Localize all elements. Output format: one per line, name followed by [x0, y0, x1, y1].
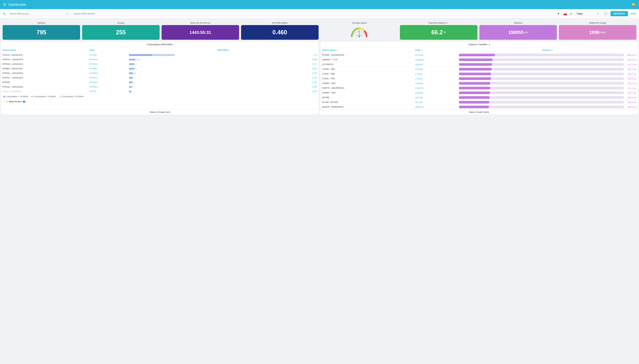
stat-kwatch: kWatts Re Charge 1996 kWatt [559, 22, 636, 40]
vehicle-name-cell: RYRX61 - LSH14C4C9... [1, 71, 88, 76]
beta-text: Beta Version [9, 100, 22, 103]
kwh-bar-cell: 0.303 [127, 89, 319, 94]
filter-distance-icon[interactable]: ▽ [552, 49, 553, 51]
search-groups-container: 0 [8, 11, 70, 16]
stat-kwatts-suffix: kWatt [600, 31, 606, 34]
speedometer-svg: 43.7 km/h [350, 27, 368, 38]
dropdown-arrow-vehicles[interactable]: ▼ [557, 12, 559, 15]
distance-panel: Distance Travelled ∨ Vehicle Name ▽ Plat… [320, 41, 638, 110]
stat-distance-suffix: km [524, 31, 528, 34]
dist-plate-cell: PHDP70 [414, 86, 457, 90]
consumption-legend: Consumption < 15 kWh/h Consumption > 15 … [1, 94, 319, 99]
legend-item-2: Consumption > 15 kWh/h [31, 96, 56, 98]
dist-col-plate[interactable]: Plate ▽ [414, 48, 457, 53]
date-selector[interactable]: Today ▼ [575, 11, 601, 16]
vehicle-name-cell: PPFG91 [1, 80, 88, 85]
legend-dot-1 [4, 96, 5, 97]
stat-distance-value: 158955 [508, 30, 523, 35]
dist-bar-cell: 942.5 km [457, 76, 638, 81]
legend-item-1: Consumption < 15 kWh/h [4, 96, 28, 98]
vehicle-icon: 🚗 [563, 12, 567, 16]
search-groups-input[interactable] [10, 12, 66, 15]
table-row: CWWK47 - T-179 CWWK47 987.9 km [320, 58, 638, 62]
kwh-value: 0.906 [311, 58, 317, 61]
refresh-button[interactable]: REFRESH [610, 11, 628, 16]
dist-plate-cell: RYZD45 [414, 53, 457, 58]
vehicle-name-cell: RYPG16 - LSH14C4C3... [1, 62, 88, 66]
stat-workhrs-label: Work Hrs (hh:mm:ss) [162, 22, 239, 24]
stat-avgspeed: Average Speed 43.7 km/h [321, 22, 398, 40]
dist-value: 971.7 km [625, 63, 636, 66]
exit-label: EXIT [631, 12, 636, 15]
stat-battery-value: 66.2 [431, 29, 443, 36]
filter-vehicle-icon[interactable]: ▽ [336, 49, 337, 51]
table-row: PPFG91 PPFG91 0.502 [1, 80, 319, 85]
plate-cell: RYPG21 [88, 85, 127, 89]
dist-value: 921.1 km [625, 87, 636, 89]
plate-cell: PPFG91 [88, 80, 127, 85]
exit-button[interactable]: ‹ EXIT [630, 12, 636, 15]
col-plate[interactable]: Plate [88, 48, 127, 53]
stat-avgkwh-label: AVG kWh/100km [241, 22, 319, 24]
table-row: LTJH35 - T086 LTJH35 943.7 km [320, 72, 638, 76]
up-arrow-icon: ↑ [4, 100, 5, 103]
col-vehicle-name[interactable]: Vehicle Name [1, 48, 88, 53]
stat-vehicles-box: 795 [3, 25, 80, 40]
table-row: RYPG17 - LSH14C4C3... RYPG17 0.513 [1, 76, 319, 80]
table-row: LPDH94 - T034 LPDH94 913.6 km [320, 90, 638, 95]
chevron-down-icon[interactable]: ∨ [488, 43, 490, 46]
app-title: Dashboards [9, 3, 26, 6]
col-kwh[interactable]: kWh/100km [127, 48, 319, 53]
plate-cell: RYP15 [88, 89, 127, 94]
distance-title: Distance Travelled ∨ [320, 42, 638, 48]
dist-col-vehicle-name[interactable]: Vehicle Name ▽ [320, 48, 414, 53]
kwh-bar-cell: 0.535 [127, 71, 319, 76]
table-row: RTZL41 - LSH14C4C8... RTZL41 3.73 [1, 53, 319, 57]
bottom-label-left: State of Charge (SoC) [1, 110, 320, 115]
header-left: ☰ Dashboards [3, 2, 26, 6]
kwh-value: 0.535 [311, 72, 317, 74]
panels-row: Consumption kWh/100km Vehicle Name Plate… [0, 41, 639, 110]
dist-vehicle-name-cell: LTJH32 - T079 [320, 76, 414, 81]
users-icon: 👥 [23, 100, 26, 103]
dist-vehicle-name-cell: LPDH94 - T034 [320, 90, 414, 95]
dist-bar-cell: 963.5 km [457, 67, 638, 72]
vehicle-name-cell: RTZL41 - LSH14C4C8... [1, 53, 88, 57]
vehicle-name-cell: RYP15 - LSH14C4C8... [1, 89, 88, 94]
stat-groups: Groups 255 [82, 22, 160, 40]
dist-plate-cell: PRDF22 [414, 62, 457, 67]
table-row: RYZD45 - 3AKJHPDV2N... RYZD45 1056.5 km [320, 53, 638, 58]
bell-icon[interactable]: 🔔 [631, 2, 636, 7]
consumption-table: Vehicle Name Plate kWh/100km RTZL41 - LS… [1, 48, 319, 94]
dist-plate-cell: LWTJ89 [414, 95, 457, 100]
dist-vehicle-name-cell: PHDP70 - 3AKJHPDV4K... [320, 86, 414, 90]
legend-label-3: Consumption > 25 kWh/h [62, 96, 84, 98]
stat-vehicles: Vehicles 795 [3, 22, 80, 40]
plate-cell: RTZB81 [88, 66, 127, 71]
consumption-title: Consumption kWh/100km [1, 42, 319, 48]
dist-vehicle-name-cell: 121 PRDF22 - [320, 62, 414, 67]
table-row: PHDP70 - 3AKJHPDV4K... PHDP70 921.1 km [320, 86, 638, 90]
svg-text:43.7 km/h: 43.7 km/h [356, 35, 362, 36]
table-row: CH 426 - RVTS60 CH 426 888.3 km [320, 100, 638, 105]
dist-plate-cell: LPDH91 [414, 81, 457, 86]
table-row: RYPG21 - LSH14C4C0... RYPG21 0.405 [1, 85, 319, 89]
menu-icon[interactable]: ☰ [3, 2, 6, 6]
stat-workhrs-value: 1443:55:31 [189, 30, 211, 35]
stat-workhrs: Work Hrs (hh:mm:ss) 1443:55:31 [162, 22, 239, 40]
toolbar: 🔍 0 ▼ 🚗 0 Today ▼ 🕐 REFRESH ‹ EXIT [0, 9, 639, 18]
table-row: LPDH91 - T031 LPDH91 926.7 km [320, 81, 638, 86]
stat-groups-box: 255 [82, 25, 160, 40]
stat-battery-suffix: % [443, 31, 446, 34]
bottom-labels: State of Charge (SoC) State of Health (S… [1, 110, 638, 115]
clock-button[interactable]: 🕐 [603, 11, 608, 16]
dist-col-distance[interactable]: Distance ▽ [457, 48, 638, 53]
table-row: RYP15 - LSH14C4C8... RYP15 0.303 [1, 89, 319, 94]
kwh-bar-cell: 0.405 [127, 85, 319, 89]
dist-bar-cell: 921.1 km [457, 86, 638, 90]
kwh-value: 0.513 [311, 77, 317, 79]
search-vehicles-input[interactable] [74, 12, 556, 15]
filter-plate-icon[interactable]: ▽ [421, 49, 422, 51]
speedometer-box: 43.7 km/h [321, 25, 398, 40]
dist-plate-cell: LTJH35 [414, 72, 457, 76]
